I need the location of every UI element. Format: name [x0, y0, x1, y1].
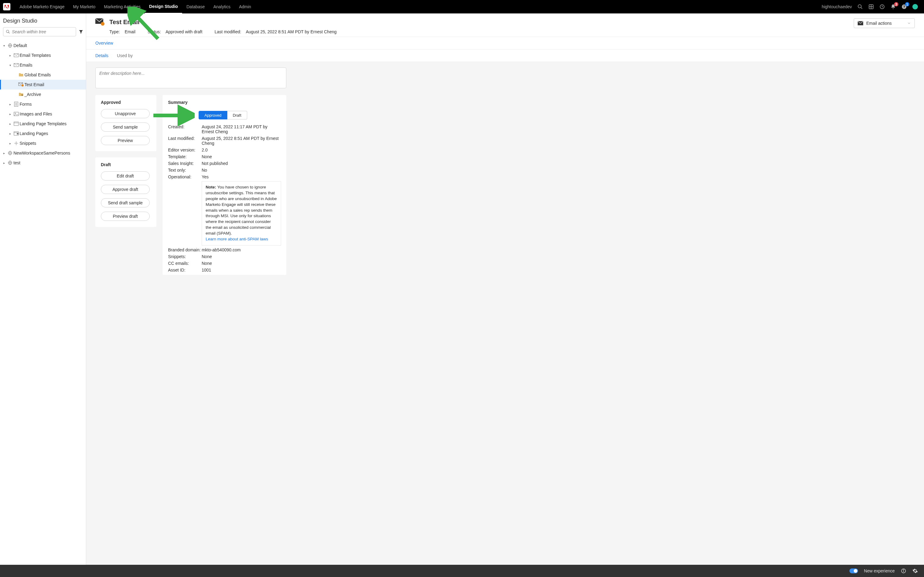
- filter-icon[interactable]: [79, 29, 84, 34]
- description-input[interactable]: [99, 71, 282, 85]
- branded-label: Branded domain:: [168, 247, 202, 252]
- svg-point-0: [858, 5, 861, 8]
- preview-draft-button[interactable]: Preview draft: [101, 212, 150, 221]
- nav-database[interactable]: Database: [182, 0, 209, 13]
- tree-label: test: [13, 160, 21, 165]
- approved-title: Approved: [101, 100, 151, 105]
- history-icon[interactable]: [879, 4, 885, 10]
- envelope-icon: [13, 63, 19, 67]
- textonly-label: Text only:: [168, 168, 202, 172]
- bell-badge: 3: [894, 2, 898, 6]
- workspace-new[interactable]: ▸ NewWorkspaceSamePersons: [0, 148, 86, 158]
- nav-admin[interactable]: Admin: [235, 0, 255, 13]
- asset-label: Asset ID:: [168, 268, 202, 272]
- tree-emails[interactable]: ▾ Emails: [0, 60, 86, 70]
- nav-design-studio[interactable]: Design Studio: [145, 0, 182, 13]
- svg-line-9: [8, 32, 10, 34]
- seg-draft[interactable]: Draft: [227, 111, 247, 119]
- sidebar-title: Design Studio: [0, 13, 86, 27]
- gear-icon[interactable]: [913, 568, 918, 574]
- envelope-icon: [858, 21, 863, 25]
- subtab-used-by[interactable]: Used by: [117, 52, 132, 59]
- snippets-label: Snippets:: [168, 254, 202, 259]
- tree-snippets[interactable]: ▸ Snippets: [0, 139, 86, 148]
- cc-value: None: [202, 261, 281, 266]
- envelope-icon: [13, 53, 19, 57]
- tree-global-emails[interactable]: Global Emails: [0, 70, 86, 80]
- tree-label: NewWorkspaceSamePersons: [13, 151, 70, 155]
- preview-button[interactable]: Preview: [101, 136, 150, 145]
- tree-label: Emails: [19, 63, 32, 68]
- tree-label: Email Templates: [19, 53, 51, 58]
- editor-value: 2.0: [202, 148, 281, 152]
- tree-email-templates[interactable]: ▸ Email Templates: [0, 50, 86, 60]
- operational-label: Operational:: [168, 174, 202, 179]
- operational-note: Note: You have chosen to ignore unsubscr…: [202, 181, 281, 246]
- type-label: Type:: [110, 29, 120, 34]
- status-label: Status:: [148, 29, 161, 34]
- tab-overview[interactable]: Overview: [95, 37, 113, 49]
- tree-label: Forms: [19, 102, 32, 106]
- unapprove-button[interactable]: Unapprove: [101, 109, 150, 118]
- tree-search-input[interactable]: [12, 29, 73, 34]
- send-sample-button[interactable]: Send sample: [101, 122, 150, 132]
- svg-point-23: [15, 113, 16, 114]
- email-actions-dropdown[interactable]: Email actions: [854, 18, 915, 28]
- tree-archive[interactable]: _Archive: [0, 90, 86, 99]
- content: Approved Unapprove Send sample Preview D…: [86, 62, 924, 565]
- nav-my-marketo[interactable]: My Marketo: [69, 0, 100, 13]
- workspace-default[interactable]: ▾ Default: [0, 40, 86, 50]
- tree-label: Test Email: [24, 82, 44, 87]
- status-value: Approved with draft: [166, 29, 203, 34]
- edit-draft-button[interactable]: Edit draft: [101, 171, 150, 181]
- tree-label: Landing Pages: [19, 131, 48, 136]
- tree-landing-pages[interactable]: ▸ Landing Pages: [0, 129, 86, 139]
- asset-value: 1001: [202, 268, 281, 272]
- tree-lp-templates[interactable]: ▸ Landing Page Templates: [0, 119, 86, 129]
- sales-label: Sales Insight:: [168, 161, 202, 166]
- workspace-test[interactable]: ▸ test: [0, 158, 86, 168]
- tree-forms[interactable]: ▸ Forms: [0, 99, 86, 109]
- bottom-bar: New experience: [0, 565, 924, 577]
- chevron-down-icon: [907, 21, 911, 25]
- svg-point-37: [101, 22, 105, 26]
- svg-point-8: [6, 30, 9, 33]
- avatar[interactable]: [913, 4, 918, 10]
- branded-value: mkto-ab540090.com: [202, 247, 281, 252]
- tree: ▾ Default ▸ Email Templates ▾: [0, 39, 86, 168]
- note-label: Note:: [206, 185, 216, 189]
- nav-marketing-activities[interactable]: Marketing Activities: [100, 0, 145, 13]
- svg-rect-17: [21, 95, 23, 96]
- send-draft-sample-button[interactable]: Send draft sample: [101, 198, 150, 207]
- lastmod-label: Last modified:: [214, 29, 241, 34]
- note-body: You have chosen to ignore unsubscribe se…: [206, 185, 277, 235]
- lastmod-label: Last modified:: [168, 136, 202, 146]
- help-icon[interactable]: ? 1: [901, 4, 907, 10]
- tree-test-email[interactable]: Test Email: [0, 80, 86, 90]
- tree-label: Default: [13, 43, 27, 48]
- svg-line-1: [861, 7, 862, 9]
- svg-text:?: ?: [903, 5, 905, 8]
- envelope-draft-icon: [95, 18, 105, 26]
- svg-point-43: [903, 570, 904, 570]
- nav-analytics[interactable]: Analytics: [209, 0, 235, 13]
- bell-icon[interactable]: 3: [890, 4, 896, 10]
- sales-value: Not published: [202, 161, 281, 166]
- sidebar: Design Studio ▾ Default ▸: [0, 13, 86, 565]
- search-icon[interactable]: [857, 4, 863, 10]
- tree-images-files[interactable]: ▸ Images and Files: [0, 109, 86, 119]
- subtab-details[interactable]: Details: [95, 52, 108, 59]
- note-link[interactable]: Learn more about anti-SPAM laws: [206, 237, 268, 241]
- description-box: [95, 68, 286, 88]
- info-icon[interactable]: [901, 568, 906, 574]
- approve-draft-button[interactable]: Approve draft: [101, 185, 150, 194]
- tree-label: Snippets: [19, 141, 36, 146]
- search-icon: [6, 30, 10, 34]
- subtabbar: Details Used by: [86, 50, 924, 62]
- apps-icon[interactable]: [868, 4, 874, 10]
- tree-label: Images and Files: [19, 111, 52, 116]
- adobe-logo-icon[interactable]: [3, 3, 10, 10]
- seg-approved[interactable]: Approved: [198, 111, 227, 119]
- type-value: Email: [125, 29, 135, 34]
- new-experience-toggle[interactable]: [850, 569, 858, 573]
